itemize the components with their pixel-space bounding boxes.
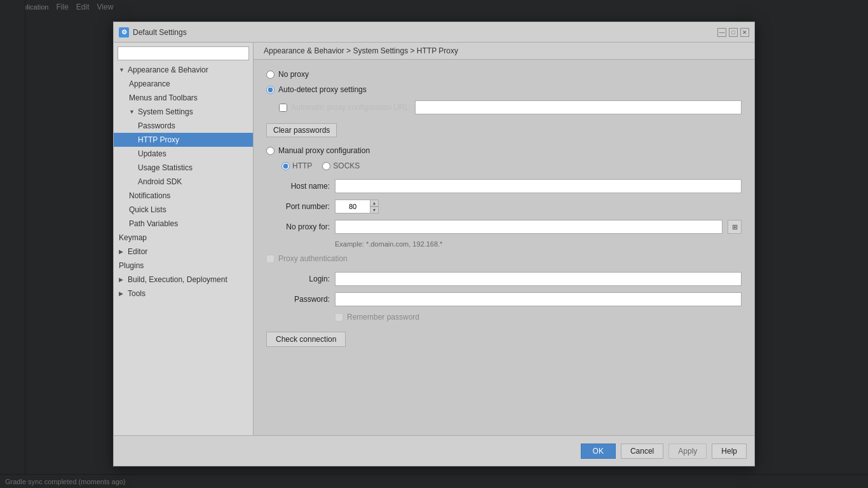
no-proxy-for-row: No proxy for: ⊞ [266, 220, 742, 234]
tree-label-quick-lists: Quick Lists [129, 205, 166, 214]
http-radio[interactable] [281, 162, 290, 170]
tree-item-android-sdk[interactable]: Android SDK [114, 175, 253, 189]
password-row: Password: [266, 292, 742, 306]
tree-label-updates: Updates [138, 149, 166, 158]
tree-item-usage-statistics[interactable]: Usage Statistics [114, 161, 253, 175]
auto-config-checkbox[interactable] [279, 104, 287, 112]
tree-label-system: System Settings [138, 107, 193, 116]
check-connection-button[interactable]: Check connection [266, 332, 346, 347]
dialog-body: Appearance & Behavior Appearance Menus a… [114, 43, 754, 435]
no-proxy-radio[interactable] [266, 71, 275, 79]
breadcrumb: Appearance & Behavior > System Settings … [254, 43, 754, 60]
http-label: HTTP [292, 161, 312, 170]
host-label: Host name: [266, 182, 330, 191]
tree-label-editor: Editor [128, 247, 147, 256]
auto-detect-radio[interactable] [266, 86, 275, 94]
dialog-footer: OK Cancel Apply Help [114, 435, 754, 466]
triangle-icon-build [119, 276, 125, 283]
remember-checkbox[interactable] [335, 313, 343, 322]
socks-option[interactable]: SOCKS [322, 161, 360, 170]
tree-item-menus-toolbars[interactable]: Menus and Toolbars [114, 91, 253, 105]
tree-item-notifications[interactable]: Notifications [114, 189, 253, 203]
browse-icon: ⊞ [732, 223, 738, 231]
help-button[interactable]: Help [712, 444, 747, 459]
tree-item-quick-lists[interactable]: Quick Lists [114, 203, 253, 217]
auto-config-row: Automatic proxy configuration URL: [279, 100, 742, 114]
tree-label-build: Build, Execution, Deployment [128, 275, 227, 284]
http-option[interactable]: HTTP [281, 161, 312, 170]
tree-label-notifications: Notifications [129, 191, 170, 200]
port-up-button[interactable]: ▲ [370, 200, 379, 207]
tree-item-updates[interactable]: Updates [114, 147, 253, 161]
manual-proxy-radio[interactable] [266, 147, 275, 155]
tree-label-passwords: Passwords [138, 121, 175, 130]
remember-label: Remember password [347, 313, 419, 322]
auto-detect-option[interactable]: Auto-detect proxy settings [266, 85, 742, 94]
apply-button[interactable]: Apply [668, 444, 707, 459]
proxy-auth-label: Proxy authentication [278, 254, 348, 263]
triangle-icon [119, 67, 125, 73]
auto-config-url-input[interactable] [415, 100, 742, 114]
no-proxy-option[interactable]: No proxy [266, 70, 742, 79]
maximize-button[interactable]: □ [729, 28, 738, 37]
login-label: Login: [266, 274, 330, 283]
example-text: Example: *.domain.com, 192.168.* [335, 240, 742, 248]
triangle-icon-editor [119, 248, 125, 255]
settings-dialog: ⚙ Default Settings — □ ✕ Appearance & Be… [113, 22, 755, 466]
settings-tree: Appearance & Behavior Appearance Menus a… [114, 43, 254, 435]
tree-item-keymap[interactable]: Keymap [114, 231, 253, 245]
no-proxy-browse-button[interactable]: ⊞ [728, 220, 742, 234]
tree-item-editor[interactable]: Editor [114, 245, 253, 259]
tree-item-http-proxy[interactable]: HTTP Proxy [114, 133, 253, 147]
clear-passwords-button[interactable]: Clear passwords [266, 123, 337, 137]
dialog-title: ⚙ Default Settings [119, 27, 187, 37]
tree-label-android-sdk: Android SDK [138, 177, 182, 186]
manual-proxy-label: Manual proxy configuration [278, 146, 370, 155]
password-label: Password: [266, 295, 330, 304]
tree-label-plugins: Plugins [119, 261, 144, 270]
socks-label: SOCKS [333, 161, 360, 170]
ok-button[interactable]: OK [581, 444, 616, 459]
auto-config-label: Automatic proxy configuration URL: [291, 103, 411, 112]
content-panel: Appearance & Behavior > System Settings … [254, 43, 754, 435]
cancel-button[interactable]: Cancel [621, 444, 663, 459]
tree-item-system-settings[interactable]: System Settings [114, 105, 253, 119]
port-spinner-container: ▲ ▼ [335, 200, 379, 214]
password-input[interactable] [335, 292, 742, 306]
login-row: Login: [266, 272, 742, 286]
port-row: Port number: ▲ ▼ [266, 200, 742, 214]
tree-item-build-execution[interactable]: Build, Execution, Deployment [114, 273, 253, 287]
tree-item-appearance[interactable]: Appearance [114, 77, 253, 91]
dialog-overlay: ⚙ Default Settings — □ ✕ Appearance & Be… [0, 0, 868, 488]
tree-label-usage: Usage Statistics [138, 163, 193, 172]
port-spinner: ▲ ▼ [370, 200, 379, 214]
protocol-row: HTTP SOCKS [281, 161, 742, 170]
search-input[interactable] [118, 46, 249, 60]
tree-label-menus: Menus and Toolbars [129, 93, 198, 102]
title-controls: — □ ✕ [717, 28, 749, 37]
manual-proxy-option[interactable]: Manual proxy configuration [266, 146, 742, 155]
host-input[interactable] [335, 179, 742, 193]
login-input[interactable] [335, 272, 742, 286]
tree-label-tools: Tools [128, 289, 146, 298]
socks-radio[interactable] [322, 162, 330, 170]
proxy-auth-checkbox[interactable] [266, 255, 275, 263]
no-proxy-for-label: No proxy for: [266, 222, 330, 231]
tree-item-passwords[interactable]: Passwords [114, 119, 253, 133]
auto-detect-label: Auto-detect proxy settings [278, 85, 367, 94]
content-area: No proxy Auto-detect proxy settings Auto… [254, 60, 754, 435]
tree-item-tools[interactable]: Tools [114, 287, 253, 301]
triangle-icon-system [129, 109, 135, 115]
port-input[interactable] [335, 200, 370, 214]
minimize-button[interactable]: — [717, 28, 726, 37]
no-proxy-input[interactable] [335, 220, 722, 234]
host-row: Host name: [266, 179, 742, 193]
close-button[interactable]: ✕ [740, 28, 749, 37]
tree-item-appearance-behavior[interactable]: Appearance & Behavior [114, 63, 253, 77]
tree-label-http-proxy: HTTP Proxy [138, 135, 179, 144]
tree-item-plugins[interactable]: Plugins [114, 259, 253, 273]
remember-row: Remember password [335, 313, 742, 322]
tree-item-path-variables[interactable]: Path Variables [114, 217, 253, 231]
port-label: Port number: [266, 202, 330, 211]
port-down-button[interactable]: ▼ [370, 207, 379, 214]
